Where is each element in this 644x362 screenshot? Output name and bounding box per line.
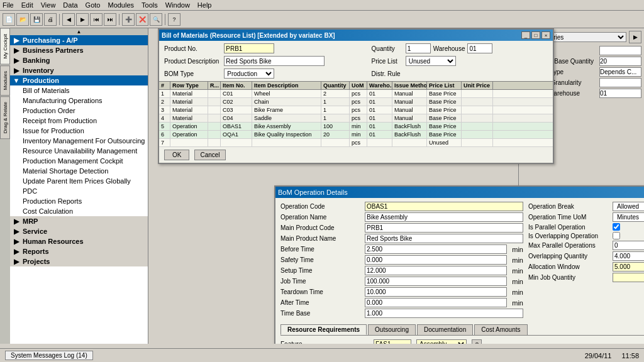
menu-window[interactable]: Window	[165, 1, 190, 9]
sidebar-item-pdc[interactable]: PDC	[10, 186, 148, 196]
op-granularity-input[interactable]	[599, 78, 641, 87]
time-base-input[interactable]	[365, 309, 523, 318]
toolbar-btn-open[interactable]: 📂	[16, 13, 29, 26]
sidebar-item-business-partners[interactable]: ▶ Business Partners	[10, 45, 148, 55]
menu-modules[interactable]: Modules	[108, 1, 134, 9]
menu-goto[interactable]: Goto	[86, 1, 101, 9]
production-icon: ▼	[13, 77, 20, 84]
bom-maximize-btn[interactable]: □	[531, 31, 540, 39]
side-tab-cockpit[interactable]: My Cockpit	[0, 28, 10, 65]
op-code-input[interactable]	[365, 202, 523, 211]
sidebar-item-prod-reports[interactable]: Production Reports	[10, 196, 148, 206]
sidebar-item-res-unavail[interactable]: Resource Unavailability Management	[10, 146, 148, 156]
system-messages-btn[interactable]: System Messages Log (14)	[5, 351, 93, 360]
toolbar-btn-help[interactable]: ?	[168, 13, 180, 26]
toolbar-btn-save[interactable]: 💾	[30, 13, 43, 26]
sidebar-item-mrp[interactable]: ▶ MRP	[10, 216, 148, 226]
menu-file[interactable]: File	[3, 1, 14, 9]
sidebar-item-production[interactable]: ▼ Production	[10, 75, 148, 85]
boid-input[interactable]	[599, 46, 641, 55]
bom-cancel-button[interactable]: Cancel	[194, 150, 225, 160]
alloc-window-input[interactable]	[613, 262, 644, 272]
toolbar-btn-print[interactable]: 🖨	[44, 13, 57, 26]
menu-edit[interactable]: Edit	[21, 1, 33, 9]
min-job-qty-label: Min Job Quantity	[528, 274, 610, 281]
sidebar-item-inventory[interactable]: ▶ Inventory	[10, 65, 148, 75]
op-name-input[interactable]	[365, 212, 523, 222]
quantity-input[interactable]	[406, 43, 431, 53]
min-job-qty-input[interactable]	[613, 273, 644, 282]
sidebar-item-service[interactable]: ▶ Service	[10, 226, 148, 236]
op-time-uom-select[interactable]: Minutes	[613, 212, 644, 222]
tab-outsourcing[interactable]: Outsourcing	[368, 324, 416, 335]
rejected-wh-input[interactable]	[599, 89, 641, 98]
menu-data[interactable]: Data	[63, 1, 77, 9]
sidebar-item-issue-prod[interactable]: Issue for Production	[10, 126, 148, 136]
side-tab-drag[interactable]: Drag & Relate	[0, 96, 10, 139]
toolbar-btn-first[interactable]: ⏮	[90, 13, 103, 26]
bom-close-btn[interactable]: ×	[541, 31, 550, 39]
toolbar-btn-last[interactable]: ⏭	[104, 13, 116, 26]
feature-type-select[interactable]: Assembly	[416, 339, 467, 344]
tab-cost-amounts[interactable]: Cost Amounts	[474, 324, 527, 335]
before-time-input[interactable]	[365, 244, 507, 254]
sidebar-item-update-prices[interactable]: Update Parent Item Prices Globally	[10, 176, 148, 186]
feature-btn[interactable]: ⊕	[472, 339, 482, 344]
main-prod-name-input[interactable]	[365, 234, 523, 243]
sidebar-item-mfg-ops[interactable]: Manufacturing Operations	[10, 96, 148, 106]
op-break-select[interactable]: Allowed	[613, 202, 644, 211]
sidebar-item-cost-calc[interactable]: Cost Calculation	[10, 206, 148, 216]
feature-input[interactable]	[374, 339, 411, 344]
sidebar-item-reports[interactable]: ▶ Reports	[10, 246, 148, 256]
product-desc-input[interactable]	[224, 56, 325, 66]
sidebar-item-projects[interactable]: ▶ Projects	[10, 256, 148, 266]
sidebar-item-inv-mgmt[interactable]: Inventory Management For Outsourcing	[10, 136, 148, 146]
is-parallel-checkbox[interactable]	[613, 223, 620, 231]
sidebar-item-prod-cockpit[interactable]: Production Management Cockpit	[10, 156, 148, 166]
toolbar-btn-search[interactable]: 🔍	[150, 13, 162, 26]
tab-resource-requirements[interactable]: Resource Requirements	[280, 324, 367, 335]
calc-base-input[interactable]	[599, 57, 641, 66]
safety-time-input[interactable]	[365, 255, 507, 265]
is-overlapping-checkbox[interactable]	[613, 232, 620, 239]
toolbar-btn-add[interactable]: ➕	[122, 13, 135, 26]
setup-time-input[interactable]	[365, 266, 507, 275]
sidebar-item-purchasing[interactable]: ▶ Purchasing - A/P	[10, 35, 148, 45]
bom-type-select[interactable]: Production	[224, 69, 274, 79]
sidebar-item-mat-shortage[interactable]: Material Shortage Detection	[10, 166, 148, 176]
side-tab-modules[interactable]: Modules	[0, 65, 10, 96]
bom-ok-button[interactable]: OK	[164, 150, 189, 160]
price-list-select[interactable]: Unused	[406, 56, 456, 66]
nav-scroll-up[interactable]: ▲	[10, 28, 148, 35]
tab-documentation[interactable]: Documentation	[417, 324, 473, 335]
menu-view[interactable]: View	[41, 1, 56, 9]
bom-minimize-btn[interactable]: _	[521, 31, 530, 39]
toolbar-btn-new[interactable]: 📄	[3, 13, 15, 26]
menu-help[interactable]: Help	[197, 1, 212, 9]
sidebar-item-banking[interactable]: ▶ Banking	[10, 55, 148, 65]
toolbar-btn-back[interactable]: ◀	[62, 13, 75, 26]
before-time-unit: min	[512, 246, 523, 253]
props-btn[interactable]: ▶	[629, 31, 641, 43]
main-prod-code-input[interactable]	[365, 223, 523, 233]
product-no-label: Product No.	[164, 45, 219, 52]
teardown-time-input[interactable]	[365, 287, 507, 297]
sidebar-item-prod-order[interactable]: Production Order	[10, 106, 148, 116]
status-time: 11:58	[621, 352, 639, 359]
menu-tools[interactable]: Tools	[142, 1, 158, 9]
job-time-row: Job Time min	[280, 277, 523, 286]
toolbar-btn-forward[interactable]: ▶	[76, 13, 89, 26]
sidebar-item-hr[interactable]: ▶ Human Resources	[10, 236, 148, 246]
warehouse-input[interactable]	[467, 43, 492, 53]
toolbar-btn-delete[interactable]: ❌	[136, 13, 148, 26]
sidebar-item-bom[interactable]: Bill of Materials	[10, 85, 148, 96]
milestone-input[interactable]	[599, 67, 641, 77]
max-parallel-input[interactable]	[613, 241, 644, 250]
overlapping-qty-input[interactable]	[613, 251, 644, 261]
sidebar-item-receipt-prod[interactable]: Receipt from Production	[10, 116, 148, 126]
product-no-input[interactable]	[224, 43, 274, 53]
after-time-input[interactable]	[365, 298, 507, 307]
job-time-input[interactable]	[365, 277, 507, 286]
safety-time-unit: min	[512, 256, 523, 264]
main-prod-code-row: Main Product Code	[280, 223, 523, 233]
